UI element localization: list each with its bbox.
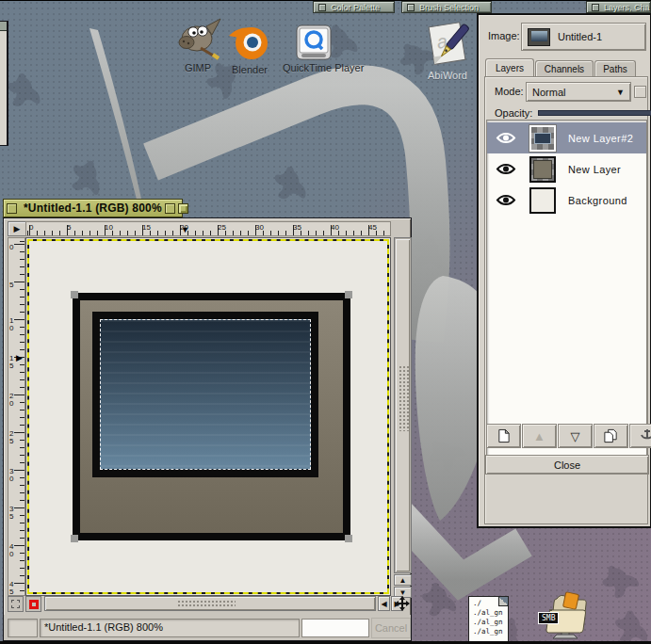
keep-transparency-checkbox[interactable]	[634, 86, 646, 98]
window-menu-button[interactable]	[592, 4, 599, 11]
quickmask-on-button[interactable]	[25, 596, 41, 612]
blender-logo-icon	[227, 21, 272, 62]
desktop-icon-text-file[interactable]: ./ ./al_gn ./al_gn ./al_gn	[468, 596, 509, 644]
shaded-window-layers-channels[interactable]: Layers, Cha	[586, 1, 651, 13]
file-line: ./al_gn	[473, 608, 508, 618]
vertical-ruler[interactable]: 0 5 1 0 1 5 2 0 2 5 3 0 3 5 4 0 4 5 ▶	[8, 237, 25, 596]
ruler-label: 0	[9, 244, 13, 251]
desktop-icon-gimp[interactable]: GIMP	[172, 17, 223, 73]
corner-pixel	[71, 535, 78, 542]
quickmask-red-icon	[29, 600, 39, 609]
layer-row-new-layer[interactable]: New Layer	[487, 153, 646, 185]
window-title: Color Palette	[331, 3, 380, 12]
status-bar: *Untitled-1.1 (RGB) 800% Cancel	[4, 615, 411, 640]
quickmask-off-button[interactable]	[8, 596, 24, 612]
ruler-label: 3 0	[9, 468, 13, 483]
window-title: Layers, Cha	[604, 3, 650, 12]
close-button[interactable]: Close	[485, 455, 649, 475]
corner-pixel	[345, 291, 352, 298]
shaded-window-brush-selection[interactable]: Brush Selection	[401, 1, 492, 13]
pan-navigation-icon[interactable]	[394, 595, 411, 612]
ruler-label: 10	[105, 223, 113, 232]
file-line: ./al_gn	[473, 627, 508, 636]
visibility-eye-icon[interactable]	[496, 162, 516, 176]
ruler-label: 30	[255, 223, 264, 232]
icon-label: Blender	[225, 64, 274, 75]
layer-thumbnail	[529, 187, 556, 214]
window-close-button[interactable]	[7, 203, 17, 214]
window-maximize-button[interactable]	[178, 203, 188, 214]
corner-pixel	[345, 535, 352, 542]
page-fold-corner	[498, 597, 508, 606]
ruler-label: 35	[293, 223, 301, 232]
vertical-scrollbar-thumb[interactable]	[396, 239, 410, 572]
visibility-eye-icon[interactable]	[496, 193, 516, 207]
mode-label: Mode:	[495, 86, 524, 97]
gimp-image-window-titlebar[interactable]: *Untitled-1.1 (RGB) 800%	[3, 199, 183, 217]
layer-list: New Layer#2 New Layer	[486, 120, 647, 470]
cursor-position-cell	[8, 619, 38, 637]
window-title: Brush Selection	[419, 3, 479, 12]
window-menu-button[interactable]	[407, 4, 415, 11]
image-label: Image:	[488, 30, 520, 41]
shaded-window-color-palette[interactable]: Color Palette	[313, 1, 395, 13]
layer-thumbnail	[529, 156, 556, 183]
desktop-icon-abiword[interactable]: a AbiWord	[422, 19, 473, 81]
visibility-eye-icon[interactable]	[496, 131, 516, 145]
tab-channels[interactable]: Channels	[535, 60, 594, 77]
ruler-label: 4 0	[9, 543, 13, 558]
mode-dropdown[interactable]: Normal ▼	[526, 82, 631, 102]
layer-row-background[interactable]: Background	[487, 185, 646, 216]
layer-thumbnail	[529, 125, 556, 152]
desktop-icon-smb-share[interactable]: SMB	[536, 589, 594, 644]
canvas-menu-button[interactable]: ▶	[8, 221, 26, 236]
duplicate-layer-button[interactable]	[594, 424, 628, 448]
window-shade-button[interactable]	[165, 203, 175, 214]
vertical-scrollbar[interactable]	[394, 237, 412, 573]
partial-window-titlebar	[0, 22, 7, 31]
scroll-up-button[interactable]: ▲	[394, 574, 412, 586]
progress-bar	[301, 619, 369, 637]
cancel-button[interactable]: Cancel	[371, 618, 411, 638]
ruler-label: 1 0	[9, 317, 13, 332]
layer-row-new-layer-2[interactable]: New Layer#2	[487, 122, 646, 153]
tab-paths[interactable]: Paths	[594, 60, 636, 77]
tv-screen-selection[interactable]	[100, 319, 311, 470]
desktop-icon-quicktime[interactable]: QuickTime Player	[283, 24, 345, 73]
smb-label-badge: SMB	[538, 612, 559, 624]
gimp-window-title: *Untitled-1.1 (RGB) 800%	[20, 201, 162, 215]
dropdown-arrow-icon: ▼	[616, 88, 625, 97]
ruler-label: 15	[142, 223, 151, 232]
ruler-label: 2 5	[9, 430, 13, 445]
layer-name: New Layer	[568, 164, 621, 175]
opacity-label: Opacity:	[495, 107, 532, 119]
scroll-left-button[interactable]: ◀	[378, 596, 390, 611]
horizontal-scrollbar[interactable]	[44, 596, 376, 611]
image-selector-dropdown[interactable]: Untitled-1	[521, 23, 646, 51]
image-thumbnail	[528, 28, 550, 46]
raise-layer-button-disabled[interactable]: ▲	[522, 424, 557, 448]
gimp-image-window: ▶ 0 5 10 15 20 25 30 35 40 45 ▼ 0 5 1 0 …	[3, 217, 412, 641]
tab-layers[interactable]: Layers	[485, 58, 534, 77]
icon-label: GIMP	[172, 62, 223, 73]
image-canvas[interactable]	[25, 237, 391, 596]
layers-channels-paths-dialog: Image: Untitled-1 Layers Channels Paths …	[477, 13, 651, 528]
partial-window-left-edge[interactable]	[0, 21, 8, 146]
selection-dashed-icon	[11, 600, 20, 608]
desktop: Color Palette Brush Selection Layers, Ch…	[0, 0, 651, 644]
pointer-position-marker: ▼	[181, 225, 189, 234]
image-name: Untitled-1	[558, 31, 602, 42]
ruler-label: 4 5	[9, 581, 13, 596]
window-menu-button[interactable]	[318, 4, 326, 11]
ruler-label: 2 0	[9, 393, 13, 408]
ruler-label: 1 5	[9, 355, 13, 370]
icon-label: QuickTime Player	[283, 62, 345, 73]
mode-value: Normal	[532, 87, 565, 98]
opacity-slider[interactable]	[538, 110, 651, 116]
desktop-icon-blender[interactable]: Blender	[225, 21, 274, 75]
anchor-layer-button[interactable]	[629, 424, 651, 448]
lower-layer-button[interactable]: ▽	[558, 424, 593, 448]
ruler-label: 5	[67, 223, 71, 232]
new-layer-button[interactable]	[486, 424, 521, 448]
horizontal-ruler[interactable]: 0 5 10 15 20 25 30 35 40 45 ▼	[25, 221, 391, 236]
